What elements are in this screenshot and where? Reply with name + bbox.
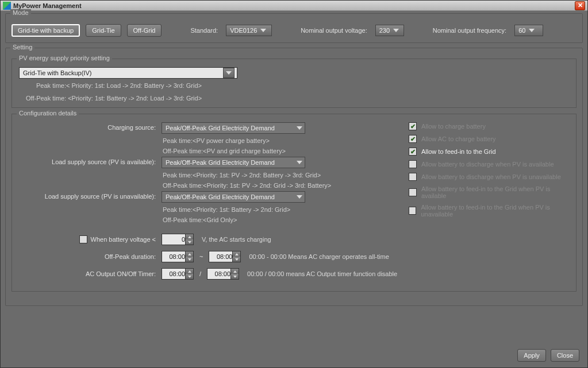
spinner-down-icon[interactable] (232, 257, 240, 262)
chevron-down-icon (297, 195, 302, 199)
allow-discharge-pv-avail-checkbox[interactable] (409, 160, 417, 168)
ac-timer-end-value: 08:00 (215, 270, 231, 277)
pv-offpeak-hint: Off-Peak time: <Priority: 1st: Battery -… (26, 95, 569, 102)
footer: Apply Close (517, 349, 579, 362)
offpeak-duration-label: Off-Peak duration: (19, 253, 162, 260)
ac-timer-hint: 00:00 / 00:00 means AC Output timer func… (247, 270, 397, 277)
mode-legend: Mode (10, 9, 31, 16)
checkbox-column: Allow to charge battery Allow AC to char… (409, 122, 576, 218)
allow-feedin-pv-avail-row: Allow battery to feed-in to the Grid whe… (409, 185, 576, 199)
spinner-up-icon[interactable] (232, 251, 240, 257)
pv-peak-hint: Peak time:< Priority: 1st: Load -> 2nd: … (36, 82, 569, 89)
frequency-select[interactable]: 60 (514, 25, 543, 36)
allow-discharge-pv-unavail-label: Allow battery to discharge when PV is un… (421, 173, 561, 180)
ac-timer-sep: / (199, 270, 201, 277)
offpeak-end-value: 08:00 (217, 253, 233, 260)
load-unavail-offpeak-hint: Off-Peak time:<Grid Only> (163, 216, 305, 223)
content: Mode Grid-tie with backup Grid-Tie Off-G… (1, 11, 587, 313)
charging-source-value: Peak/Off-Peak Grid Electricity Demand (166, 125, 293, 131)
allow-discharge-pv-avail-label: Allow battery to discharge when PV is av… (421, 161, 554, 168)
grid-tie-button[interactable]: Grid-Tie (86, 24, 121, 37)
chevron-down-icon (297, 126, 302, 130)
chevron-down-icon (529, 29, 535, 32)
close-button[interactable]: Close (551, 349, 579, 362)
charging-source-select[interactable]: Peak/Off-Peak Grid Electricity Demand (162, 122, 305, 134)
close-icon[interactable]: ✕ (575, 1, 585, 10)
allow-feedin-pv-unavail-row: Allow battery to feed-in to the Grid whe… (409, 204, 576, 218)
spinner-up-icon[interactable] (185, 269, 193, 274)
battery-voltage-suffix: V, the AC starts charging (202, 236, 271, 243)
charging-peak-hint: Peak time:<PV power charge battery> (163, 137, 305, 144)
offpeak-start-value: 08:00 (169, 253, 185, 260)
pv-priority-fieldset: PV energy supply priority setting Grid-T… (11, 59, 577, 108)
load-unavail-value: Peak/Off-Peak Grid Electricity Demand (166, 193, 293, 200)
standard-select[interactable]: VDE0126 (226, 25, 272, 36)
charging-source-label: Charging source: (19, 122, 162, 131)
voltage-value: 230 (379, 27, 390, 34)
load-unavail-peak-hint: Peak time:<Priority: 1st: Battery -> 2nd… (163, 206, 305, 213)
app-window: MyPower Management ✕ Mode Grid-tie with … (0, 0, 588, 368)
voltage-label: Nominal output voltage: (301, 27, 367, 34)
load-avail-label: Load supply source (PV is available): (19, 157, 162, 165)
spinner-up-icon[interactable] (185, 251, 193, 257)
allow-discharge-pv-unavail-checkbox[interactable] (409, 173, 417, 181)
standard-label: Standard: (190, 27, 218, 34)
titlebar: MyPower Management ✕ (1, 1, 587, 11)
allow-feedin-row: Allow to feed-in to the Grid (409, 148, 576, 156)
standard-value: VDE0126 (230, 27, 257, 34)
battery-voltage-row: When battery voltage < 0 V, the AC start… (19, 234, 569, 245)
offpeak-end-spinner[interactable]: 08:00 (209, 251, 241, 262)
ac-timer-start-spinner[interactable]: 08:00 (162, 268, 194, 280)
spinner-down-icon[interactable] (230, 274, 239, 279)
chevron-down-icon (393, 29, 399, 32)
load-avail-offpeak-hint: Off-Peak time:<Priority: 1st: PV -> 2nd:… (163, 182, 331, 189)
load-avail-peak-hint: Peak time:<Priority: 1st: PV -> 2nd: Bat… (163, 172, 331, 179)
pv-priority-value: Grid-Tie with Backup(IV) (23, 69, 221, 76)
allow-charge-battery-label: Allow to charge battery (421, 123, 486, 130)
allow-discharge-pv-unavail-row: Allow battery to discharge when PV is un… (409, 173, 576, 181)
spinner-down-icon[interactable] (185, 257, 193, 262)
load-unavail-label: Load supply source (PV is unavailable): (19, 191, 162, 200)
ac-timer-start-value: 08:00 (169, 270, 185, 277)
allow-charge-battery-row: Allow to charge battery (409, 122, 576, 130)
allow-ac-charge-label: Allow AC to charge battery (421, 135, 496, 142)
ac-timer-end-spinner[interactable]: 08:00 (207, 268, 239, 280)
setting-legend: Setting (10, 44, 34, 51)
grid-tie-backup-button[interactable]: Grid-tie with backup (11, 24, 80, 37)
pv-priority-select[interactable]: Grid-Tie with Backup(IV) (19, 67, 237, 79)
spinner-up-icon[interactable] (230, 269, 239, 274)
bottom-rows: When battery voltage < 0 V, the AC start… (19, 234, 569, 280)
chevron-down-icon (223, 68, 235, 78)
allow-discharge-pv-avail-row: Allow battery to discharge when PV is av… (409, 160, 576, 168)
window-title: MyPower Management (13, 2, 575, 9)
spinner-up-icon[interactable] (185, 234, 193, 239)
spinner-down-icon[interactable] (185, 239, 193, 245)
allow-feedin-pv-unavail-checkbox[interactable] (409, 207, 416, 215)
chevron-down-icon (260, 29, 266, 32)
allow-feedin-checkbox[interactable] (409, 148, 417, 156)
mode-fieldset: Mode Grid-tie with backup Grid-Tie Off-G… (5, 13, 583, 43)
config-fieldset: Configuration details Charging source: P… (11, 114, 577, 292)
pv-priority-legend: PV energy supply priority setting (17, 55, 112, 61)
battery-voltage-spinner[interactable]: 0 (162, 234, 194, 245)
battery-voltage-checkbox[interactable] (79, 235, 87, 243)
ac-timer-label: AC Output ON/Off Timer: (19, 270, 162, 277)
spinner-down-icon[interactable] (185, 274, 193, 279)
allow-feedin-pv-avail-label: Allow battery to feed-in to the Grid whe… (421, 185, 576, 199)
offpeak-start-spinner[interactable]: 08:00 (162, 251, 194, 262)
load-unavail-select[interactable]: Peak/Off-Peak Grid Electricity Demand (162, 191, 305, 203)
offpeak-sep: ~ (199, 253, 203, 260)
load-avail-select[interactable]: Peak/Off-Peak Grid Electricity Demand (162, 157, 305, 168)
frequency-value: 60 (518, 27, 525, 34)
allow-charge-battery-checkbox[interactable] (409, 122, 417, 130)
allow-ac-charge-row: Allow AC to charge battery (409, 135, 576, 143)
apply-button[interactable]: Apply (517, 349, 546, 362)
allow-feedin-pv-avail-checkbox[interactable] (409, 188, 417, 196)
allow-feedin-pv-unavail-label: Allow battery to feed-in to the Grid whe… (421, 204, 576, 218)
allow-ac-charge-checkbox[interactable] (409, 135, 417, 143)
ac-timer-row: AC Output ON/Off Timer: 08:00 / 08:00 00… (19, 268, 569, 280)
voltage-select[interactable]: 230 (375, 25, 404, 36)
setting-fieldset: Setting PV energy supply priority settin… (5, 48, 583, 306)
charging-offpeak-hint: Off-Peak time:<PV and grid charge batter… (163, 148, 305, 154)
off-grid-button[interactable]: Off-Grid (127, 24, 162, 37)
